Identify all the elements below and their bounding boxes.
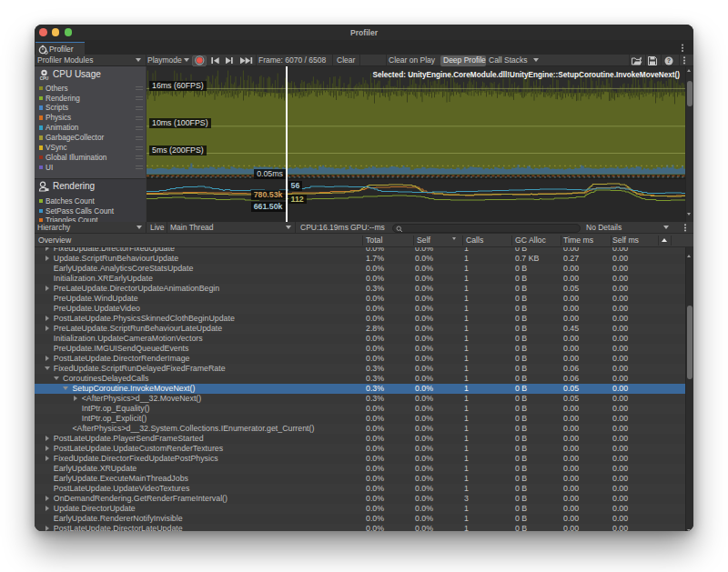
svg-text:?: ?: [667, 57, 671, 64]
svg-text:CPU: CPU: [40, 76, 49, 81]
